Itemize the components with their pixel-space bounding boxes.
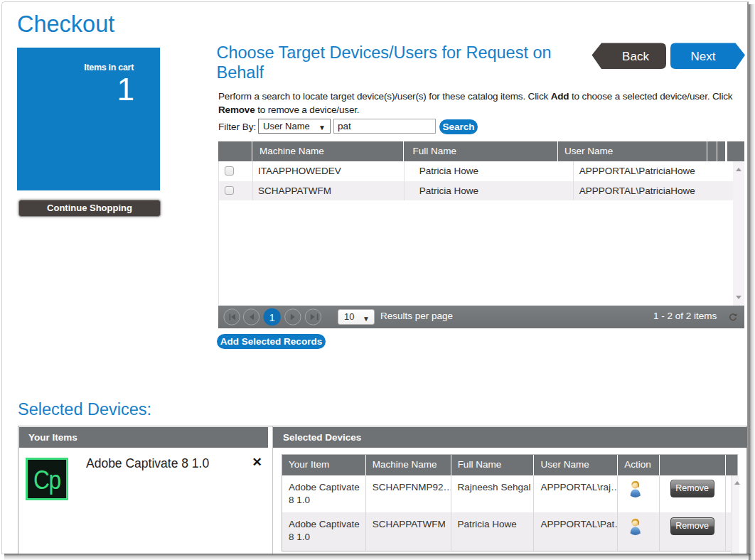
svg-text:Back: Back — [622, 50, 649, 63]
svg-text:Next: Next — [690, 50, 715, 63]
svg-text:1: 1 — [269, 311, 275, 323]
